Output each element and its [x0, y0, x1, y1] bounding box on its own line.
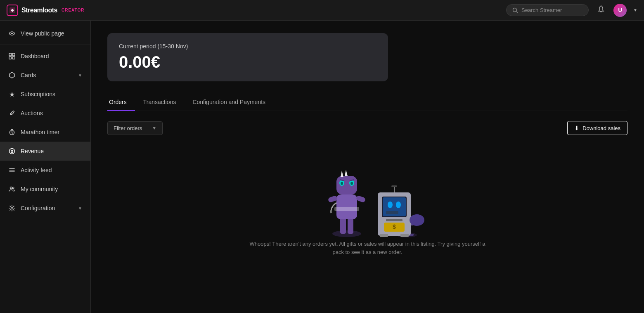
- auctions-icon: [8, 109, 16, 117]
- svg-rect-26: [336, 176, 357, 194]
- search-box[interactable]: Search Streamer: [506, 4, 589, 16]
- logo-area: Streamloots CREATOR: [7, 5, 85, 16]
- tabs-bar: Orders Transactions Configuration and Pa…: [107, 95, 627, 111]
- sidebar-divider: [0, 45, 90, 45]
- sidebar-label-cards: Cards: [21, 72, 36, 78]
- svg-rect-5: [9, 53, 12, 56]
- top-header: Streamloots CREATOR Search Streamer U ▼: [0, 0, 644, 21]
- download-label: Download sales: [582, 125, 620, 131]
- tab-orders[interactable]: Orders: [107, 95, 135, 111]
- sidebar: View public page Dashboard Cards ▼: [0, 21, 91, 313]
- subscriptions-icon: ★: [8, 90, 16, 98]
- sidebar-label-activity-feed: Activity feed: [21, 167, 52, 173]
- sidebar-label-my-community: My community: [21, 186, 58, 192]
- sidebar-item-auctions[interactable]: Auctions: [0, 104, 90, 123]
- sidebar-item-revenue[interactable]: Revenue: [0, 142, 90, 161]
- revenue-amount: 0.00€: [119, 53, 376, 71]
- svg-rect-49: [380, 234, 388, 237]
- svg-rect-19: [340, 217, 346, 234]
- svg-point-18: [332, 230, 361, 237]
- sidebar-item-activity-feed[interactable]: Activity feed: [0, 161, 90, 180]
- svg-rect-20: [348, 217, 353, 234]
- sidebar-item-view-public[interactable]: View public page: [0, 24, 90, 43]
- sidebar-label-subscriptions: Subscriptions: [21, 91, 55, 97]
- sidebar-label-dashboard: Dashboard: [21, 53, 49, 59]
- chevron-down-icon[interactable]: ▼: [633, 8, 637, 12]
- svg-line-9: [13, 111, 14, 112]
- svg-rect-24: [356, 195, 366, 203]
- empty-state-text: Whoops! There aren't any orders yet. All…: [244, 240, 491, 256]
- sidebar-item-dashboard[interactable]: Dashboard: [0, 47, 90, 66]
- search-icon: [512, 7, 518, 13]
- svg-rect-23: [328, 195, 338, 203]
- notification-bell-button[interactable]: [595, 3, 607, 17]
- download-icon: ⬇: [574, 125, 579, 131]
- revenue-icon: [8, 147, 16, 155]
- svg-point-15: [10, 187, 12, 189]
- sidebar-label-view-public: View public page: [21, 30, 64, 37]
- sidebar-item-configuration[interactable]: Configuration ▼: [0, 199, 90, 218]
- svg-rect-6: [12, 53, 15, 56]
- tab-config-payments[interactable]: Configuration and Payments: [184, 95, 274, 111]
- svg-line-2: [516, 11, 518, 13]
- search-placeholder: Search Streamer: [521, 7, 562, 13]
- svg-point-42: [396, 202, 401, 208]
- svg-rect-44: [386, 219, 402, 221]
- svg-rect-8: [12, 57, 15, 59]
- filter-label: Filter orders: [114, 125, 142, 131]
- sidebar-label-auctions: Auctions: [21, 110, 43, 116]
- svg-rect-43: [386, 211, 398, 214]
- activity-feed-icon: [8, 166, 16, 174]
- svg-point-16: [12, 187, 14, 189]
- svg-point-30: [350, 182, 353, 185]
- empty-illustration: $: [297, 153, 438, 240]
- eye-icon: [8, 30, 16, 37]
- actions-row: Filter orders ▼ ⬇ Download sales: [107, 121, 627, 135]
- timer-icon: [8, 128, 16, 136]
- config-icon: [8, 204, 16, 212]
- filter-orders-dropdown[interactable]: Filter orders ▼: [107, 121, 163, 135]
- logo-text: Streamloots: [21, 7, 57, 14]
- svg-point-29: [341, 182, 343, 185]
- svg-point-51: [410, 214, 424, 226]
- sidebar-item-subscriptions[interactable]: ★ Subscriptions: [0, 85, 90, 104]
- config-chevron-icon: ▼: [78, 206, 82, 211]
- svg-point-4: [11, 33, 13, 34]
- cards-icon: [8, 71, 16, 79]
- svg-rect-22: [334, 207, 359, 211]
- filter-chevron-icon: ▼: [152, 126, 156, 130]
- sidebar-label-configuration: Configuration: [21, 205, 55, 211]
- sidebar-item-cards[interactable]: Cards ▼: [0, 66, 90, 85]
- svg-point-17: [11, 207, 13, 209]
- revenue-card: Current period (15-30 Nov) 0.00€: [107, 33, 388, 81]
- svg-point-41: [388, 202, 393, 208]
- streamloots-logo-icon: [7, 5, 18, 16]
- community-icon: [8, 185, 16, 193]
- svg-text:$: $: [393, 223, 396, 230]
- sidebar-label-marathon-timer: Marathon timer: [21, 129, 59, 135]
- cards-chevron-icon: ▼: [78, 73, 82, 78]
- empty-state: $ Whoops! There aren't any orders yet. A…: [107, 145, 627, 273]
- download-sales-button[interactable]: ⬇ Download sales: [567, 121, 627, 135]
- sidebar-item-my-community[interactable]: My community: [0, 180, 90, 199]
- svg-rect-7: [9, 57, 12, 59]
- logo-badge: CREATOR: [62, 8, 85, 12]
- header-right: Search Streamer U ▼: [506, 3, 637, 17]
- user-avatar[interactable]: U: [613, 4, 627, 17]
- main-content: Current period (15-30 Nov) 0.00€ Orders …: [91, 21, 644, 313]
- dashboard-icon: [8, 52, 16, 60]
- sidebar-item-marathon-timer[interactable]: Marathon timer: [0, 123, 90, 142]
- svg-rect-50: [400, 234, 409, 237]
- main-layout: View public page Dashboard Cards ▼: [0, 21, 644, 313]
- tab-transactions[interactable]: Transactions: [135, 95, 185, 111]
- sidebar-label-revenue: Revenue: [21, 148, 44, 154]
- revenue-period: Current period (15-30 Nov): [119, 43, 376, 50]
